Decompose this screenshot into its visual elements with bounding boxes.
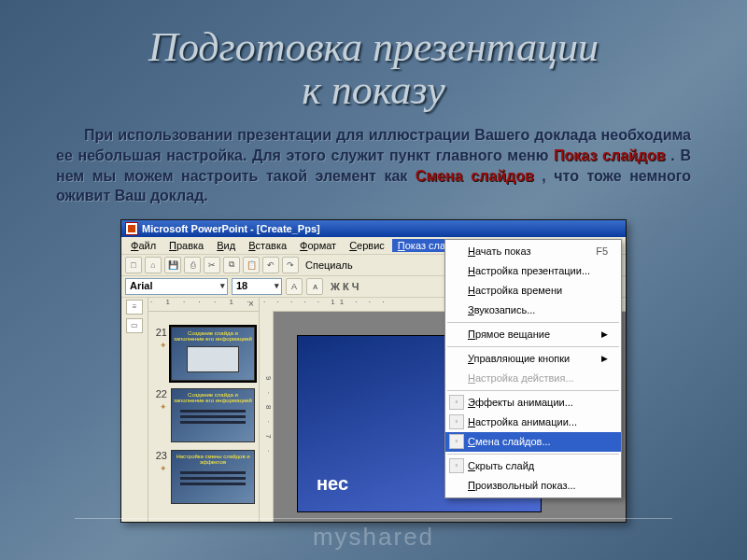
menu-item-начать-показ[interactable]: Начать показF5	[445, 242, 621, 261]
menu-item-icon: ▫	[449, 414, 464, 429]
menu-item-настройка-времени[interactable]: Настройка времени	[445, 281, 621, 301]
footer-divider	[75, 518, 672, 519]
menu-вставка[interactable]: Вставка	[243, 239, 292, 252]
powerpoint-icon	[125, 222, 138, 235]
menu-item-настройка-анимации-[interactable]: ▫Настройка анимации...	[445, 413, 621, 432]
save-icon[interactable]: 💾	[164, 257, 181, 273]
copy-icon[interactable]: ⧉	[223, 257, 240, 273]
menu-правка[interactable]: Правка	[163, 239, 209, 252]
menu-item-label: Звукозапись...	[468, 304, 535, 315]
menu-separator	[447, 454, 619, 455]
thumb-row[interactable]: 23✦Настройка смены слайдов и эффектов	[150, 450, 255, 504]
redo-icon[interactable]: ↷	[282, 257, 299, 273]
paste-icon[interactable]: 📋	[243, 257, 260, 273]
thumb-slide[interactable]: Создание слайда и заполнение его информа…	[171, 327, 255, 381]
menu-формат[interactable]: Формат	[294, 239, 342, 252]
decrease-font-icon[interactable]: ᴀ	[306, 278, 323, 295]
cut-icon[interactable]: ✂	[204, 257, 220, 273]
thumb-number: 23✦	[150, 450, 167, 504]
menu-separator	[447, 346, 619, 347]
new-doc-icon[interactable]: □	[125, 257, 142, 273]
title-line-1: Подготовка презентации	[148, 24, 599, 70]
menu-item-label: Скрыть слайд	[468, 460, 534, 471]
menu-separator	[447, 390, 619, 391]
menu-item-label: Произвольный показ...	[468, 480, 576, 491]
menu-item-label: Настройка времени	[468, 285, 562, 296]
page-title: Подготовка презентации к показу	[56, 26, 691, 112]
menu-separator	[447, 322, 619, 323]
para-highlight-1: Показ слайдов	[554, 147, 666, 163]
thumb-slide[interactable]: Создание слайда и заполнение его информа…	[171, 388, 255, 442]
vertical-ruler: 9 · 8 · 7 ·	[260, 311, 274, 522]
bold-italic-underline[interactable]: Ж К Ч	[327, 281, 363, 292]
undo-icon[interactable]: ↶	[262, 257, 279, 273]
menu-item-звукозапись-[interactable]: Звукозапись...	[445, 301, 621, 320]
menu-файл[interactable]: Файл	[125, 239, 162, 252]
outline-view-icon[interactable]: ≡	[126, 300, 143, 315]
menu-item-смена-слайдов-[interactable]: ▫Смена слайдов...	[445, 432, 621, 452]
thumb-slide[interactable]: Настройка смены слайдов и эффектов	[171, 450, 255, 504]
menu-item-прямое-вещание[interactable]: Прямое вещание▶	[445, 325, 621, 344]
thumb-number: 22✦	[150, 388, 167, 442]
thumb-title: Создание слайда и заполнение его информа…	[172, 392, 254, 403]
font-size-combo[interactable]: 18	[232, 278, 282, 295]
increase-font-icon[interactable]: A	[286, 278, 303, 295]
thumb-number: 21✦	[150, 327, 167, 381]
menu-вид[interactable]: Вид	[211, 239, 241, 252]
menu-item-label: Настройка анимации...	[468, 416, 577, 427]
menu-item-управляющие-кнопки[interactable]: Управляющие кнопки▶	[445, 349, 621, 369]
menu-item-label: Смена слайдов...	[468, 436, 551, 447]
thumb-title: Настройка смены слайдов и эффектов	[172, 454, 254, 465]
thumb-row[interactable]: 22✦Создание слайда и заполнение его инфо…	[150, 388, 255, 442]
title-line-2: к показу	[302, 67, 444, 113]
font-family-combo[interactable]: Arial	[125, 278, 228, 295]
thumb-title: Создание слайда и заполнение его информа…	[172, 330, 254, 342]
special-label[interactable]: Специаль	[302, 259, 357, 271]
menu-item-label: Эффекты анимации...	[468, 397, 573, 408]
menu-item-настройка-презентации-[interactable]: Настройка презентации...	[445, 261, 621, 281]
menu-item-icon: ▫	[449, 395, 464, 410]
menu-item-label: Настройка презентации...	[468, 265, 590, 276]
menu-item-эффекты-анимации-[interactable]: ▫Эффекты анимации...	[445, 393, 621, 413]
view-switch-bar[interactable]: ≡ ▭	[121, 298, 148, 522]
canvas-visible-text: нес	[317, 473, 348, 495]
menu-item-icon: ▫	[449, 458, 464, 473]
intro-paragraph: При использовании презентации для иллюст…	[56, 125, 691, 205]
para-highlight-2: Смена слайдов	[416, 168, 534, 184]
powerpoint-screenshot: Microsoft PowerPoint - [Create_Pps] Файл…	[120, 219, 627, 523]
menu-item-настройка-действия-: Настройка действия...	[445, 369, 621, 388]
thumb-row[interactable]: 21✦Создание слайда и заполнение его инфо…	[150, 327, 255, 381]
menu-item-label: Настройка действия...	[468, 372, 574, 384]
menu-item-label: Начать показ	[468, 245, 530, 257]
menu-item-label: Прямое вещание	[468, 329, 550, 340]
close-pane-icon[interactable]: ×	[246, 299, 257, 310]
submenu-arrow-icon: ▶	[601, 329, 608, 339]
print-icon[interactable]: ⎙	[184, 257, 201, 273]
slide-thumbnails-pane[interactable]: × · 1 · · · 1 · 21✦Создание слайда и зап…	[148, 298, 260, 522]
thumb-ruler: · 1 · · · 1 ·	[148, 298, 259, 312]
window-title-text: Microsoft PowerPoint - [Create_Pps]	[142, 220, 320, 237]
menu-item-скрыть-слайд[interactable]: ▫Скрыть слайд	[445, 456, 621, 476]
slideshow-menu-dropdown[interactable]: Начать показF5Настройка презентации...На…	[444, 239, 622, 498]
open-icon[interactable]: ⌂	[145, 257, 162, 273]
menu-shortcut: F5	[596, 245, 608, 257]
menu-item-icon: ▫	[449, 434, 464, 449]
submenu-arrow-icon: ▶	[601, 354, 608, 363]
menu-item-произвольный-показ-[interactable]: Произвольный показ...	[445, 476, 621, 496]
slide-view-icon[interactable]: ▭	[126, 318, 143, 333]
menu-item-label: Управляющие кнопки	[468, 353, 570, 364]
window-titlebar[interactable]: Microsoft PowerPoint - [Create_Pps]	[121, 220, 626, 237]
menu-сервис[interactable]: Сервис	[344, 239, 390, 252]
